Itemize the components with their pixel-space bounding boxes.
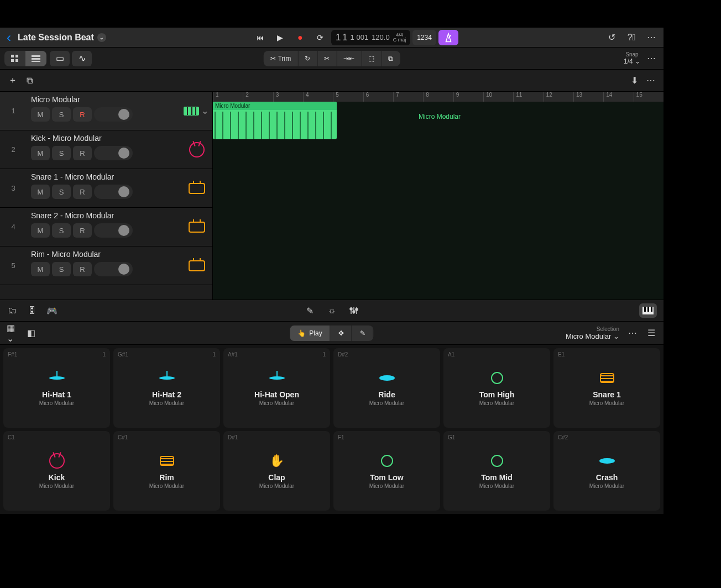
ruler-mark[interactable]: 4 [303,92,333,102]
piano-roll-button[interactable] [639,303,657,318]
volume-slider[interactable] [94,223,133,238]
svg-rect-16 [651,307,652,312]
midi-region[interactable]: Micro Modular [213,102,337,139]
solo-button[interactable]: S [52,223,71,238]
record-enable-button[interactable]: R [73,185,92,199]
controller-button[interactable]: 🎮 [46,305,58,316]
undo-button[interactable]: ↺ [604,30,619,45]
duplicate-track-button[interactable]: ⧉ [21,73,38,88]
volume-slider[interactable] [94,185,133,199]
drum-pad[interactable]: A1Tom HighMicro Modular [443,348,550,428]
solo-button[interactable]: S [52,262,71,276]
add-track-button[interactable]: ＋ [4,73,21,88]
project-title[interactable]: Late Session Beat ⌄ [18,33,106,43]
drum-pad[interactable]: F1Tom LowMicro Modular [333,431,440,511]
ruler-mark[interactable]: 12 [544,92,573,102]
side-panel-button[interactable]: ◧ [25,328,36,339]
ruler-mark[interactable]: 6 [363,92,393,102]
copy-button[interactable]: ⧉ [382,51,400,66]
mute-button[interactable]: M [31,223,50,238]
pad-edit-mode[interactable]: ✎ [352,326,374,341]
project-dropdown-icon[interactable]: ⌄ [97,33,106,42]
cycle-button[interactable]: ⟳ [311,30,329,45]
ruler-mark[interactable]: 13 [573,92,603,102]
track-header[interactable]: 5Rim - Micro ModularMSR [0,246,212,285]
ruler-mark[interactable]: 2 [243,92,273,102]
ruler-mark[interactable]: 14 [603,92,633,102]
solo-button[interactable]: S [52,107,71,122]
drum-pad[interactable]: C#1RimMicro Modular [113,431,220,511]
mute-button[interactable]: M [31,146,50,160]
track-header[interactable]: 1Micro ModularMSR⌄ [0,92,212,130]
drum-pad[interactable]: G1Tom MidMicro Modular [443,431,550,511]
arrange-area[interactable]: 123456789101112131415 Micro Modular Micr… [213,92,663,300]
ruler-mark[interactable]: 11 [513,92,543,102]
ruler-mark[interactable]: 10 [483,92,513,102]
drum-pad[interactable]: D#1✋ClapMicro Modular [223,431,330,511]
ruler-mark[interactable]: 1 [213,92,243,102]
marquee-button[interactable]: ⬚ [362,51,382,66]
ruler-mark[interactable]: 8 [423,92,453,102]
solo-button[interactable]: S [52,185,71,199]
volume-slider[interactable] [94,107,133,122]
track-header[interactable]: 3Snare 1 - Micro ModularMSR [0,169,212,208]
drum-pad[interactable]: C1KickMicro Modular [3,431,110,511]
ruler-mark[interactable]: 5 [333,92,363,102]
record-button[interactable]: ● [291,30,309,45]
mute-button[interactable]: M [31,107,50,122]
pad-play-mode[interactable]: 👆 Play [290,326,330,341]
track-header[interactable]: 4Snare 2 - Micro ModularMSR [0,208,212,246]
play-button[interactable]: ▶ [271,30,289,45]
record-enable-button[interactable]: R [73,146,92,160]
drum-pad[interactable]: C#2CrashMicro Modular [553,431,660,511]
record-enable-button[interactable]: R [73,223,92,238]
drum-pad[interactable]: E1Snare 1Micro Modular [553,348,660,428]
selection-box[interactable]: Selection Micro Modular ⌄ [566,326,619,340]
pad-move-mode[interactable]: ✥ [331,326,352,341]
track-options-button[interactable]: ⋯ [642,73,659,88]
mute-button[interactable]: M [31,185,50,199]
grid-layout-button[interactable]: ▦ ⌄ [7,328,18,339]
library-button[interactable]: 🗂 [7,305,18,316]
trim-button[interactable]: ✂ Trim [264,51,299,66]
controls-button[interactable] [348,305,359,316]
count-in-button[interactable]: 1234 [412,30,436,45]
go-to-start-button[interactable]: ⏮ [252,30,269,45]
mixer-button[interactable]: 🎛 [27,305,38,316]
volume-slider[interactable] [94,146,133,160]
ruler-mark[interactable]: 15 [634,92,663,102]
pad-more-button[interactable]: ⋯ [627,328,638,339]
split-button[interactable]: ⇥⇤ [337,51,362,66]
pencil-tool-button[interactable]: ✎ [304,305,315,316]
automation-button[interactable]: ∿ [72,51,92,66]
loop-button[interactable]: ↻ [298,51,317,66]
lcd-display[interactable]: 1 1 1 001 120.0 4/4 C maj [331,30,410,45]
cut-button[interactable]: ✂ [317,51,337,66]
track-import-button[interactable]: ⬇ [626,73,642,88]
record-enable-button[interactable]: R [73,107,92,122]
region-button[interactable]: ▭ [50,51,70,66]
track-more-button[interactable]: ⋯ [644,51,659,66]
mute-button[interactable]: M [31,262,50,276]
pad-list-button[interactable]: ☰ [646,328,657,339]
brightness-button[interactable]: ☼ [326,305,337,316]
drum-pad[interactable]: D#2RideMicro Modular [333,348,440,428]
view-grid-button[interactable] [4,51,25,66]
metronome-button[interactable] [438,30,458,45]
view-tracks-button[interactable] [25,51,46,66]
solo-button[interactable]: S [52,146,71,160]
timeline-ruler[interactable]: 123456789101112131415 [213,92,663,102]
drum-pad[interactable]: G#11Hi-Hat 2Micro Modular [113,348,220,428]
volume-slider[interactable] [94,262,133,276]
back-button[interactable]: ‹ [4,30,13,45]
ruler-mark[interactable]: 3 [273,92,303,102]
record-enable-button[interactable]: R [73,262,92,276]
ruler-mark[interactable]: 9 [453,92,483,102]
track-header[interactable]: 2Kick - Micro ModularMSR [0,130,212,169]
ruler-mark[interactable]: 7 [393,92,423,102]
more-button[interactable]: ⋯ [644,30,659,45]
help-button[interactable]: ?⃝ [624,30,639,45]
snap-selector[interactable]: Snap 1/4 ⌄ [624,51,640,65]
drum-pad[interactable]: A#11Hi-Hat OpenMicro Modular [223,348,330,428]
drum-pad[interactable]: F#11Hi-Hat 1Micro Modular [3,348,110,428]
